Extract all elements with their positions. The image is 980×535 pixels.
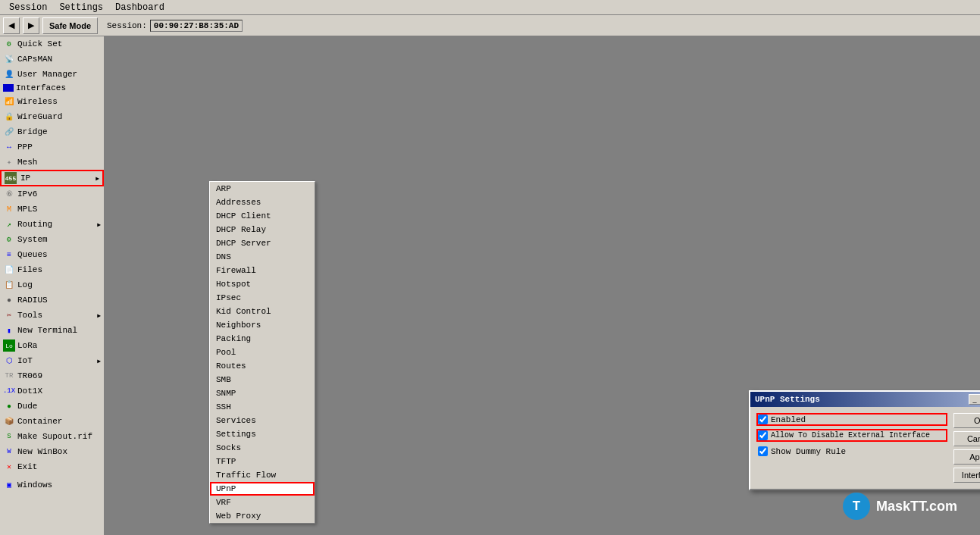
menu-neighbors[interactable]: Neighbors	[210, 318, 315, 332]
cancel-button[interactable]: Cancel	[953, 431, 980, 446]
checkbox-dummy-rule-row: Show Dummy Rule	[756, 445, 947, 458]
apply-button[interactable]: Apply	[953, 449, 980, 465]
interfaces-icon	[3, 84, 14, 92]
menu-routes[interactable]: Routes	[210, 359, 315, 373]
checkbox-dummy-rule[interactable]	[758, 446, 768, 456]
sidebar-item-ipv6[interactable]: ⑥ IPv6	[0, 186, 104, 202]
menu-session[interactable]: Session	[3, 1, 53, 14]
menu-dhcp-client[interactable]: DHCP Client	[210, 209, 315, 223]
toolbar: ◀ ▶ Safe Mode Session: 00:90:27:B8:35:AD	[0, 15, 980, 36]
ipv6-icon: ⑥	[3, 188, 15, 200]
sidebar-item-lora[interactable]: Lo LoRa	[0, 338, 104, 353]
desktop: ARP Addresses DHCP Client DHCP Relay DHC…	[105, 36, 980, 535]
mesh-icon: ✦	[3, 156, 15, 168]
menubar: Session Settings Dashboard	[0, 0, 980, 15]
sidebar-item-ip[interactable]: 455 IP ▶	[0, 170, 104, 186]
menu-ipsec[interactable]: IPsec	[210, 291, 315, 305]
windows-icon: ▣	[3, 479, 15, 491]
sidebar-item-quickset[interactable]: ⚙ Quick Set	[0, 36, 104, 52]
sidebar-item-usermanager[interactable]: 👤 User Manager	[0, 67, 104, 82]
sidebar-item-capsman[interactable]: 📡 CAPsMAN	[0, 52, 104, 67]
dude-icon: ●	[3, 400, 15, 412]
exit-icon: ✕	[3, 461, 15, 473]
dialog-controls: _ □ ✕	[969, 394, 980, 405]
menu-vrf[interactable]: VRF	[210, 496, 315, 509]
tr069-icon: TR	[3, 370, 15, 382]
menu-settings[interactable]: Settings	[53, 1, 109, 14]
checkbox-allow-disable-row: Allow To Disable External Interface	[756, 429, 947, 442]
log-icon: 📋	[3, 279, 15, 291]
menu-services[interactable]: Services	[210, 414, 315, 427]
menu-dhcp-relay[interactable]: DHCP Relay	[210, 223, 315, 236]
menu-socks[interactable]: Socks	[210, 441, 315, 455]
checkbox-enabled-row: Enabled	[756, 413, 947, 426]
menu-packing[interactable]: Packing	[210, 332, 315, 346]
dialog-buttons: OK Cancel Apply Interfaces	[953, 413, 980, 483]
tools-icon: ✂	[3, 309, 15, 321]
menu-pool[interactable]: Pool	[210, 346, 315, 359]
sidebar-item-radius[interactable]: ● RADIUS	[0, 293, 104, 308]
menu-hotspot[interactable]: Hotspot	[210, 277, 315, 291]
sidebar-item-tr069[interactable]: TR TR069	[0, 368, 104, 383]
ok-button[interactable]: OK	[953, 413, 980, 428]
sidebar-item-system[interactable]: ⚙ System	[0, 232, 104, 247]
sidebar-item-routing[interactable]: ↗ Routing	[0, 217, 104, 232]
menu-dashboard[interactable]: Dashboard	[109, 1, 171, 14]
sidebar-item-tools[interactable]: ✂ Tools	[0, 308, 104, 323]
capsman-icon: 📡	[3, 53, 15, 65]
terminal-icon: ▮	[3, 324, 15, 336]
container-icon: 📦	[3, 415, 15, 427]
sidebar-item-exit[interactable]: ✕ Exit	[0, 459, 104, 474]
sidebar-item-queues[interactable]: ≡ Queues	[0, 247, 104, 262]
menu-upnp[interactable]: UPnP	[210, 482, 315, 496]
files-icon: 📄	[3, 264, 15, 276]
dialog-checkboxes: Enabled Allow To Disable External Interf…	[756, 413, 947, 483]
menu-ssh[interactable]: SSH	[210, 400, 315, 414]
sidebar-item-dude[interactable]: ● Dude	[0, 399, 104, 414]
menu-tftp[interactable]: TFTP	[210, 455, 315, 468]
checkbox-allow-disable[interactable]	[758, 430, 768, 440]
menu-settings[interactable]: Settings	[210, 427, 315, 441]
sidebar-item-bridge[interactable]: 🔗 Bridge	[0, 124, 104, 139]
menu-trafficflow[interactable]: Traffic Flow	[210, 468, 315, 482]
sidebar-item-mesh[interactable]: ✦ Mesh	[0, 155, 104, 170]
sidebar-item-wireguard[interactable]: 🔒 WireGuard	[0, 109, 104, 124]
checkbox-enabled[interactable]	[758, 415, 768, 424]
sidebar-item-windows[interactable]: ▣ Windows	[0, 477, 104, 493]
session-value: 00:90:27:B8:35:AD	[150, 20, 243, 32]
safe-mode-button[interactable]: Safe Mode	[42, 17, 98, 34]
sidebar-item-container[interactable]: 📦 Container	[0, 414, 104, 429]
sidebar-item-newwinbox[interactable]: W New WinBox	[0, 444, 104, 459]
checkbox-dummy-rule-label: Show Dummy Rule	[771, 447, 846, 456]
checkbox-allow-disable-label: Allow To Disable External Interface	[771, 431, 930, 440]
sidebar-item-ppp[interactable]: ↔ PPP	[0, 139, 104, 155]
menu-smb[interactable]: SMB	[210, 373, 315, 386]
menu-snmp[interactable]: SNMP	[210, 386, 315, 400]
menu-arp[interactable]: ARP	[210, 182, 315, 196]
back-button[interactable]: ◀	[3, 17, 20, 34]
forward-button[interactable]: ▶	[23, 17, 39, 34]
wireguard-icon: 🔒	[3, 111, 15, 123]
sidebar-item-log[interactable]: 📋 Log	[0, 277, 104, 293]
dialog-minimize-button[interactable]: _	[969, 394, 980, 405]
newwinbox-icon: W	[3, 446, 15, 458]
menu-webproxy[interactable]: Web Proxy	[210, 509, 315, 523]
sidebar-item-wireless[interactable]: 📶 Wireless	[0, 94, 104, 109]
menu-dns[interactable]: DNS	[210, 250, 315, 264]
sidebar-item-files[interactable]: 📄 Files	[0, 262, 104, 277]
sidebar: ⚙ Quick Set 📡 CAPsMAN 👤 User Manager Int…	[0, 36, 105, 535]
sidebar-item-supout[interactable]: S Make Supout.rif	[0, 429, 104, 444]
menu-addresses[interactable]: Addresses	[210, 196, 315, 209]
wireless-icon: 📶	[3, 95, 15, 108]
menu-kidcontrol[interactable]: Kid Control	[210, 305, 315, 318]
ip-icon: 455	[5, 172, 17, 184]
sidebar-item-iot[interactable]: ⬡ IoT	[0, 353, 104, 368]
ppp-icon: ↔	[3, 141, 15, 153]
menu-firewall[interactable]: Firewall	[210, 264, 315, 277]
sidebar-item-dot1x[interactable]: .1X Dot1X	[0, 383, 104, 399]
menu-dhcp-server[interactable]: DHCP Server	[210, 236, 315, 250]
interfaces-button[interactable]: Interfaces	[953, 468, 980, 483]
sidebar-item-mpls[interactable]: M MPLS	[0, 202, 104, 217]
sidebar-item-newterminal[interactable]: ▮ New Terminal	[0, 323, 104, 338]
sidebar-item-interfaces[interactable]: Interfaces	[0, 82, 104, 94]
